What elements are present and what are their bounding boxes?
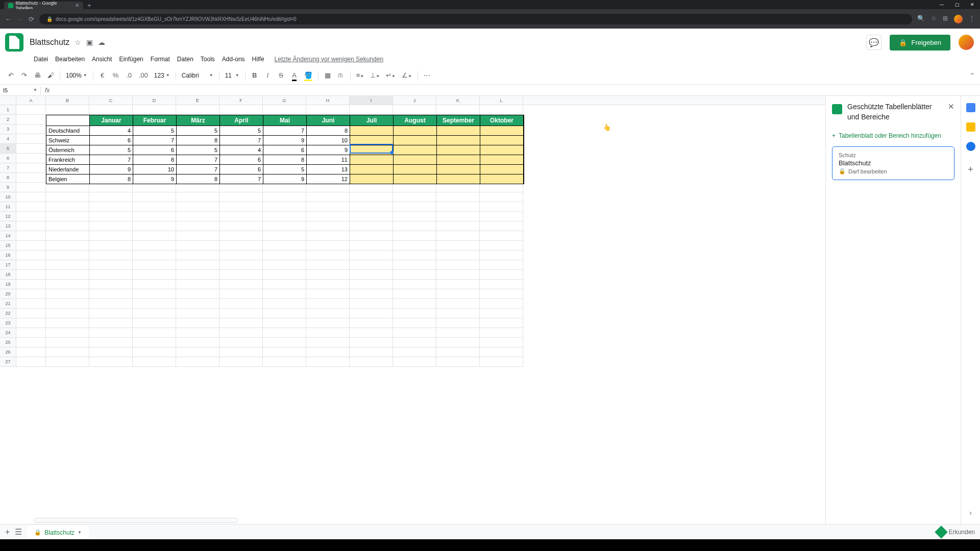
- cell-J23[interactable]: [393, 318, 436, 328]
- cell-K22[interactable]: [436, 309, 480, 318]
- cell-G14[interactable]: [263, 231, 306, 241]
- menu-format[interactable]: Format: [148, 54, 173, 64]
- cell-F22[interactable]: [219, 309, 263, 318]
- cell-L15[interactable]: [480, 241, 523, 251]
- cell-E24[interactable]: [176, 328, 219, 338]
- name-box[interactable]: I5▼: [0, 86, 41, 94]
- cell-K14[interactable]: [436, 231, 480, 241]
- cell-H19[interactable]: [306, 280, 350, 289]
- menu-ansicht[interactable]: Ansicht: [89, 54, 115, 64]
- cell-G15[interactable]: [263, 241, 306, 251]
- row-header-27[interactable]: 27: [0, 357, 16, 367]
- cell-G20[interactable]: [263, 289, 306, 299]
- cell-L20[interactable]: [480, 289, 523, 299]
- cell-A25[interactable]: [16, 338, 46, 347]
- col-header-E[interactable]: E: [176, 96, 219, 105]
- cell-E21[interactable]: [176, 299, 219, 309]
- cell-J15[interactable]: [393, 241, 436, 251]
- cell-A7[interactable]: [16, 163, 46, 173]
- row-header-8[interactable]: 8: [0, 173, 16, 183]
- cell-C11[interactable]: [89, 202, 133, 212]
- cell-A16[interactable]: [16, 251, 46, 260]
- bookmark-icon[interactable]: ☆: [931, 15, 937, 23]
- cell-G22[interactable]: [263, 309, 306, 318]
- cell-A5[interactable]: [16, 144, 46, 154]
- cell-E14[interactable]: [176, 231, 219, 241]
- cell-A18[interactable]: [16, 270, 46, 280]
- bold-button[interactable]: B: [249, 69, 260, 81]
- cell-E23[interactable]: [176, 318, 219, 328]
- cell-F20[interactable]: [219, 289, 263, 299]
- cell-H20[interactable]: [306, 289, 350, 299]
- tab-close-icon[interactable]: ✕: [75, 3, 79, 8]
- col-header-F[interactable]: F: [219, 96, 263, 105]
- cell-A6[interactable]: [16, 154, 46, 163]
- cell-I22[interactable]: [350, 309, 393, 318]
- cell-D10[interactable]: [133, 192, 176, 202]
- zoom-select[interactable]: 100%▼: [64, 71, 89, 80]
- url-input[interactable]: 🔒 docs.google.com/spreadsheets/d/1z4GXBe…: [39, 14, 912, 24]
- cell-C25[interactable]: [89, 338, 133, 347]
- cell-G21[interactable]: [263, 299, 306, 309]
- cell-A15[interactable]: [16, 241, 46, 251]
- spreadsheet-grid[interactable]: ABCDEFGHIJKL1234567891011121314151617181…: [0, 96, 825, 524]
- cell-G24[interactable]: [263, 328, 306, 338]
- cell-C17[interactable]: [89, 260, 133, 270]
- cell-K17[interactable]: [436, 260, 480, 270]
- cell-G25[interactable]: [263, 338, 306, 347]
- cell-F13[interactable]: [219, 221, 263, 231]
- cell-H16[interactable]: [306, 251, 350, 260]
- cell-L10[interactable]: [480, 192, 523, 202]
- row-header-11[interactable]: 11: [0, 202, 16, 212]
- cell-G11[interactable]: [263, 202, 306, 212]
- cell-I20[interactable]: [350, 289, 393, 299]
- cell-G10[interactable]: [263, 192, 306, 202]
- row-header-15[interactable]: 15: [0, 241, 16, 251]
- cell-H15[interactable]: [306, 241, 350, 251]
- row-header-20[interactable]: 20: [0, 289, 16, 299]
- browser-menu-icon[interactable]: ⋮: [969, 15, 975, 23]
- cell-J26[interactable]: [393, 347, 436, 357]
- cell-K27[interactable]: [436, 357, 480, 367]
- cell-H18[interactable]: [306, 270, 350, 280]
- cell-F18[interactable]: [219, 270, 263, 280]
- cell-F23[interactable]: [219, 318, 263, 328]
- row-header-9[interactable]: 9: [0, 183, 16, 192]
- cell-I18[interactable]: [350, 270, 393, 280]
- cell-H26[interactable]: [306, 347, 350, 357]
- cell-B27[interactable]: [46, 357, 89, 367]
- cell-E26[interactable]: [176, 347, 219, 357]
- cell-K15[interactable]: [436, 241, 480, 251]
- col-header-J[interactable]: J: [393, 96, 436, 105]
- cell-A22[interactable]: [16, 309, 46, 318]
- cell-H10[interactable]: [306, 192, 350, 202]
- cell-B21[interactable]: [46, 299, 89, 309]
- cell-L13[interactable]: [480, 221, 523, 231]
- cell-A12[interactable]: [16, 212, 46, 221]
- cell-J16[interactable]: [393, 251, 436, 260]
- cell-L19[interactable]: [480, 280, 523, 289]
- tasks-icon[interactable]: [966, 142, 975, 151]
- cell-A10[interactable]: [16, 192, 46, 202]
- window-close[interactable]: ✕: [965, 0, 980, 9]
- cell-L25[interactable]: [480, 338, 523, 347]
- cell-H12[interactable]: [306, 212, 350, 221]
- col-header-H[interactable]: H: [306, 96, 350, 105]
- cell-B11[interactable]: [46, 202, 89, 212]
- add-sheet-button[interactable]: +: [5, 528, 10, 537]
- cell-C27[interactable]: [89, 357, 133, 367]
- cell-B1[interactable]: [46, 105, 89, 115]
- cell-L11[interactable]: [480, 202, 523, 212]
- cell-H17[interactable]: [306, 260, 350, 270]
- col-header-C[interactable]: C: [89, 96, 133, 105]
- cell-C21[interactable]: [89, 299, 133, 309]
- cell-I1[interactable]: [350, 105, 393, 115]
- cell-K10[interactable]: [436, 192, 480, 202]
- cell-A21[interactable]: [16, 299, 46, 309]
- cell-E1[interactable]: [176, 105, 219, 115]
- cell-J19[interactable]: [393, 280, 436, 289]
- cell-F10[interactable]: [219, 192, 263, 202]
- cell-C26[interactable]: [89, 347, 133, 357]
- cell-J27[interactable]: [393, 357, 436, 367]
- cell-L26[interactable]: [480, 347, 523, 357]
